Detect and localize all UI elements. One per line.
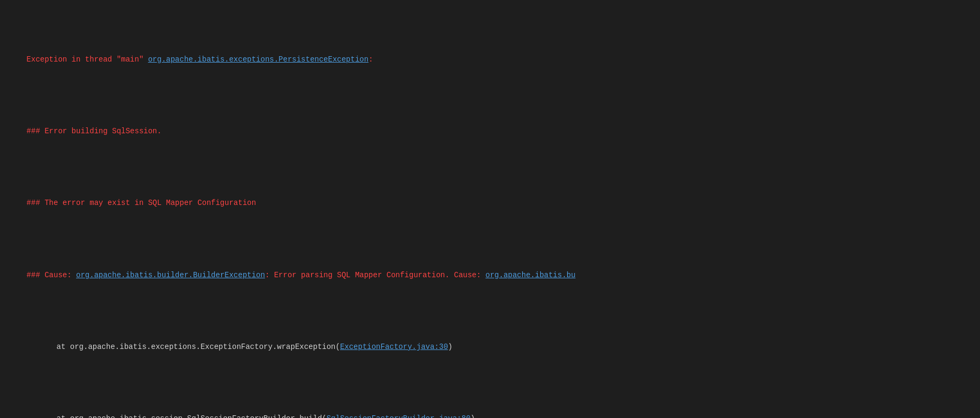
stack-line-2: at org.apache.ibatis.session.SqlSessionF… (9, 401, 971, 418)
exception-factory-link[interactable]: ExceptionFactory.java:30 (340, 343, 448, 351)
error-line-2: ### The error may exist in SQL Mapper Co… (9, 185, 971, 221)
console-output: Exception in thread "main" org.apache.ib… (9, 5, 971, 418)
persistence-exception-link[interactable]: org.apache.ibatis.exceptions.Persistence… (148, 55, 368, 64)
exception-prefix: Exception in thread "main" (27, 55, 148, 64)
error-line-1: ### Error building SqlSession. (9, 113, 971, 149)
stack-line-1: at org.apache.ibatis.exceptions.Exceptio… (9, 329, 971, 365)
exception-line-1: Exception in thread "main" org.apache.ib… (9, 41, 971, 77)
sqlfactory-builder-link-1[interactable]: SqlSessionFactoryBuilder.java:80 (327, 414, 471, 418)
builder-exception-link-1[interactable]: org.apache.ibatis.builder.BuilderExcepti… (76, 271, 265, 279)
error-may-exist: ### The error may exist in SQL Mapper Co… (27, 199, 256, 207)
error-building: ### Error building SqlSession. (27, 127, 162, 135)
ibatis-bu-link-1[interactable]: org.apache.ibatis.bu (486, 271, 576, 279)
cause-line-1: ### Cause: org.apache.ibatis.builder.Bui… (9, 257, 971, 293)
cause-label-1: ### Cause: (27, 271, 76, 279)
